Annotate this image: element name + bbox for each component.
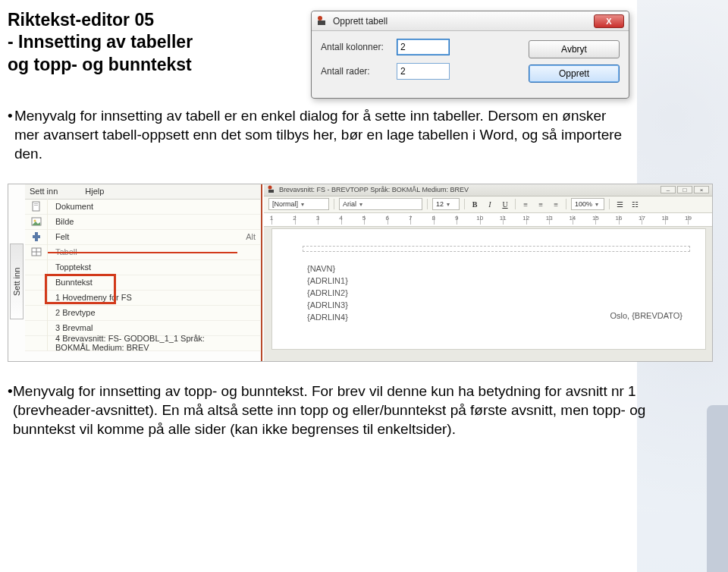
style-combo[interactable]: [Normal] [268, 198, 329, 210]
underline-button[interactable]: U [500, 199, 510, 209]
ruler-tick: 13 [546, 215, 553, 222]
merge-field: {ADRLIN4} [307, 311, 348, 323]
ruler-tick: 15 [592, 215, 599, 222]
menu-item-label: Felt [48, 232, 237, 241]
create-button[interactable]: Opprett [529, 64, 620, 83]
svg-rect-3 [34, 203, 38, 204]
editor-panel: Brevavsnitt: FS - BREVTOPP Språk: BOKMÅL… [264, 184, 712, 361]
editor-screenshot: Sett inn Sett inn Hjelp DokumentBildeFel… [8, 184, 713, 362]
menu-item-hint: Alt [237, 232, 260, 241]
align-left-button[interactable]: ≡ [520, 199, 531, 209]
menu-item-label: 2 Brevtype [48, 308, 237, 317]
menu-item-icon [25, 244, 48, 259]
menu-item-icon [25, 214, 48, 229]
svg-rect-13 [268, 190, 274, 193]
editor-title-text: Brevavsnitt: FS - BREVTOPP Språk: BOKMÅL… [279, 186, 469, 193]
close-icon: X [606, 17, 611, 26]
app-icon [267, 185, 276, 194]
ruler: 12345678910111213141516171819 [264, 213, 712, 227]
menu-item-felt[interactable]: FeltAlt [25, 230, 260, 245]
menu-item-label: Dokument [48, 202, 237, 211]
app-icon [316, 15, 328, 27]
svg-point-0 [318, 16, 322, 20]
editor-toolbar: [Normal] Arial 12 B I U ≡ ≡ ≡ 100% [264, 196, 712, 213]
close-button[interactable]: X [594, 14, 624, 28]
editor-titlebar: Brevavsnitt: FS - BREVTOPP Språk: BOKMÅL… [264, 184, 712, 196]
ruler-tick: 4 [339, 215, 342, 222]
font-size-combo[interactable]: 12 [432, 198, 460, 210]
menu-header: Sett inn Hjelp [25, 184, 260, 200]
minimize-button[interactable]: – [661, 186, 676, 193]
merge-field: {ADRLIN1} [307, 275, 348, 287]
italic-button[interactable]: I [485, 199, 495, 209]
menu-item-label: Topptekst [48, 262, 237, 272]
menu-item-icon [25, 259, 48, 275]
ruler-tick: 12 [522, 215, 529, 222]
ruler-tick: 19 [685, 215, 692, 222]
list-bullets-button[interactable]: ☰ [614, 199, 625, 209]
menu-item-label: 3 Brevmal [48, 323, 237, 332]
svg-point-6 [33, 220, 36, 222]
menu-item-topptekst[interactable]: Topptekst [25, 260, 260, 275]
paragraph-1-text: Menyvalg for innsetting av tabell er en … [14, 106, 629, 163]
vertical-tab-sett-inn[interactable]: Sett inn [10, 244, 24, 319]
zoom-combo[interactable]: 100% [571, 198, 604, 210]
menu-item-bilde[interactable]: Bilde [25, 215, 260, 230]
menu-item-label: 4 Brevavsnitt: FS- GODOBL_1_1 Språk: BOK… [48, 334, 237, 352]
ruler-tick: 5 [362, 215, 366, 222]
menu-item-dokument[interactable]: Dokument [25, 200, 260, 215]
close-editor-button[interactable]: × [694, 186, 709, 193]
columns-label: Antall kolonner: [321, 42, 397, 52]
svg-rect-4 [34, 205, 38, 206]
menu-item-icon [25, 305, 48, 320]
highlight-red-box [45, 274, 116, 304]
svg-rect-2 [33, 202, 39, 211]
merge-field: {ADRLIN3} [307, 299, 348, 311]
bold-button[interactable]: B [469, 199, 480, 209]
bullet-dot: • [8, 106, 14, 163]
cancel-button[interactable]: Avbryt [529, 40, 620, 58]
ruler-tick: 17 [639, 215, 645, 222]
paragraph-1: • Menyvalg for innsetting av tabell er e… [8, 106, 629, 163]
paragraph-2-text: Menyvalg for innsetting av topp- og bunn… [13, 382, 675, 438]
create-table-dialog: Opprett tabell X Antall kolonner: Antall… [311, 11, 629, 99]
document-page[interactable]: {NAVN}{ADRLIN1}{ADRLIN2}{ADRLIN3}{ADRLIN… [271, 228, 706, 350]
align-right-button[interactable]: ≡ [551, 199, 561, 209]
font-combo[interactable]: Arial [339, 198, 422, 210]
ruler-tick: 14 [569, 215, 576, 222]
svg-point-12 [268, 186, 272, 190]
merge-field: {ADRLIN2} [307, 287, 348, 299]
merge-field: {NAVN} [307, 262, 348, 275]
ruler-tick: 6 [385, 215, 388, 222]
svg-rect-1 [318, 20, 325, 25]
paragraph-2: • Menyvalg for innsetting av topp- og bu… [8, 382, 675, 438]
dialog-title: Opprett tabell [333, 16, 388, 27]
ruler-tick: 18 [661, 215, 668, 222]
list-numbers-button[interactable]: ☷ [629, 199, 640, 209]
menu-header-2[interactable]: Hjelp [85, 187, 104, 196]
ruler-tick: 10 [476, 215, 483, 222]
maximize-button[interactable]: □ [677, 186, 692, 193]
menu-item-icon [25, 320, 48, 335]
align-center-button[interactable]: ≡ [535, 199, 546, 209]
rows-input[interactable] [397, 63, 450, 80]
menu-item-label: Bilde [48, 217, 237, 226]
bullet-dot: • [8, 382, 13, 438]
ruler-tick: 16 [615, 215, 622, 222]
menu-item-icon [25, 199, 48, 214]
menu-item-label: Tabell [48, 247, 237, 256]
rows-label: Antall rader: [321, 66, 397, 77]
document-date-field: Oslo, {BREVDATO} [610, 311, 682, 320]
menu-item-tabell[interactable]: Tabell [25, 245, 260, 260]
ruler-tick: 11 [500, 215, 507, 222]
header-frame [303, 246, 690, 252]
columns-input[interactable] [397, 39, 450, 55]
svg-rect-8 [33, 235, 40, 238]
menu-item-icon [25, 335, 48, 350]
menu-item-4-brevavsnitt-fs-godobl-1-1-sp[interactable]: 4 Brevavsnitt: FS- GODOBL_1_1 Språk: BOK… [25, 336, 260, 351]
insert-menu-panel: Sett inn Sett inn Hjelp DokumentBildeFel… [8, 184, 262, 361]
ruler-tick: 9 [455, 215, 458, 222]
menu-item-2-brevtype[interactable]: 2 Brevtype [25, 306, 260, 321]
ruler-tick: 3 [316, 215, 319, 222]
menu-header-1[interactable]: Sett inn [30, 187, 58, 196]
